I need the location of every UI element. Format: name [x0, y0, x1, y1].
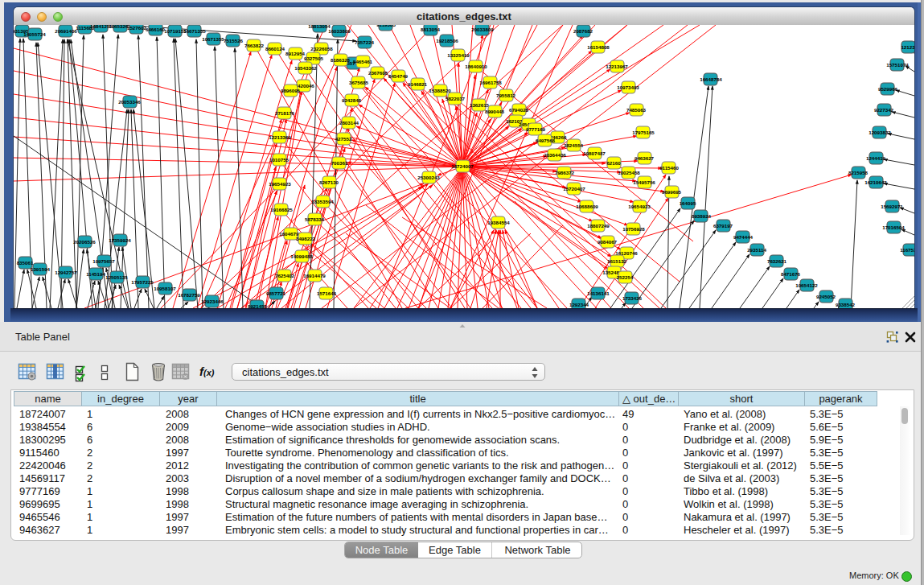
svg-text:427552: 427552	[335, 136, 352, 142]
svg-text:20364436: 20364436	[544, 152, 566, 158]
svg-text:8990448: 8990448	[485, 109, 505, 114]
svg-text:25300243: 25300243	[417, 175, 440, 180]
svg-text:16154808: 16154808	[587, 44, 610, 50]
svg-text:6794028: 6794028	[509, 107, 529, 113]
svg-text:18724007: 18724007	[451, 163, 474, 169]
svg-text:6497568: 6497568	[536, 138, 556, 143]
svg-text:1615132: 1615132	[607, 258, 627, 264]
svg-text:12123: 12123	[901, 44, 914, 50]
svg-text:15720407: 15720407	[563, 186, 585, 192]
svg-text:1733426: 1733426	[622, 295, 643, 301]
svg-text:10688609: 10688609	[576, 204, 598, 209]
svg-text:23226058: 23226058	[310, 46, 333, 51]
svg-text:20691406: 20691406	[55, 28, 77, 34]
svg-text:2935114: 2935114	[747, 247, 766, 253]
svg-text:14099488: 14099488	[290, 253, 313, 259]
svg-text:8267130: 8267130	[319, 179, 339, 185]
svg-text:9245052: 9245052	[816, 294, 836, 299]
svg-text:7485063: 7485063	[626, 107, 647, 113]
svg-text:5878334: 5878334	[305, 216, 325, 222]
svg-text:9242848: 9242848	[342, 97, 362, 103]
svg-text:10975657: 10975657	[92, 258, 115, 264]
svg-text:18807249: 18807249	[587, 223, 610, 229]
svg-text:9699695: 9699695	[662, 189, 682, 195]
svg-text:8912954: 8912954	[285, 51, 306, 56]
svg-text:7515526: 7515526	[224, 38, 244, 43]
svg-text:1527602: 1527602	[127, 25, 147, 31]
svg-text:252254: 252254	[617, 274, 634, 280]
svg-text:17975165: 17975165	[632, 130, 655, 135]
svg-text:17016504: 17016504	[882, 225, 905, 230]
svg-text:10543362: 10543362	[294, 65, 317, 71]
svg-text:15751074: 15751074	[886, 62, 909, 68]
svg-text:1010755: 1010755	[269, 157, 290, 163]
svg-text:18813054: 18813054	[308, 25, 331, 29]
svg-text:16961758: 16961758	[479, 80, 502, 85]
svg-text:9463627: 9463627	[634, 155, 655, 161]
svg-text:14055724: 14055724	[23, 31, 46, 37]
svg-text:9857721: 9857721	[266, 290, 286, 296]
svg-text:3675685: 3675685	[349, 80, 369, 85]
svg-text:19654923: 19654923	[269, 181, 291, 187]
svg-text:12923446: 12923446	[201, 299, 224, 304]
svg-text:16033809: 16033809	[328, 28, 351, 34]
svg-text:8215958: 8215958	[848, 170, 869, 175]
svg-text:5465461: 5465461	[353, 59, 373, 64]
svg-text:1167534: 1167534	[900, 247, 914, 253]
svg-text:1244419: 1244419	[866, 155, 886, 161]
svg-text:13325419: 13325419	[447, 52, 470, 58]
svg-text:20206526: 20206526	[73, 239, 96, 245]
svg-text:62160: 62160	[606, 160, 621, 166]
svg-text:16782759: 16782759	[178, 292, 200, 298]
svg-text:19218506: 19218506	[436, 38, 458, 43]
svg-text:14136141: 14136141	[587, 290, 610, 296]
svg-text:835061: 835061	[17, 260, 34, 266]
svg-text:8938924: 8938924	[692, 213, 712, 219]
svg-text:5822037: 5822037	[446, 96, 466, 101]
svg-text:12505135: 12505135	[105, 274, 128, 280]
svg-text:7625402: 7625402	[275, 273, 295, 278]
svg-text:19384554: 19384554	[487, 220, 510, 225]
svg-text:8660124: 8660124	[265, 46, 285, 51]
svg-text:700361: 700361	[331, 160, 348, 166]
svg-text:10671355: 10671355	[202, 36, 224, 42]
svg-text:20033809: 20033809	[471, 27, 494, 32]
svg-text:12213369: 12213369	[269, 134, 291, 140]
svg-text:9119383: 9119383	[376, 25, 396, 27]
svg-text:10973493: 10973493	[617, 84, 639, 90]
svg-text:20053346: 20053346	[118, 99, 141, 105]
svg-text:164095: 164095	[680, 200, 696, 206]
svg-text:10756928: 10756928	[622, 226, 645, 232]
svg-text:1292344: 1292344	[569, 302, 589, 307]
svg-text:8471676: 8471676	[781, 271, 801, 277]
svg-text:18353594: 18353594	[311, 199, 334, 204]
svg-text:1571644: 1571644	[317, 290, 337, 296]
svg-text:2718176: 2718176	[275, 110, 295, 116]
svg-text:7632621: 7632621	[767, 258, 787, 264]
svg-text:19166825: 19166825	[270, 207, 293, 212]
svg-text:16914479: 16914479	[303, 273, 326, 278]
svg-text:10025458: 10025458	[618, 170, 640, 175]
svg-text:9777169: 9777169	[526, 126, 546, 132]
svg-text:9338542: 9338542	[836, 302, 856, 307]
svg-text:9474444: 9474444	[733, 234, 754, 240]
svg-text:2803144: 2803144	[339, 120, 359, 126]
svg-text:3824554: 3824554	[564, 142, 584, 148]
svg-text:9896095: 9896095	[281, 88, 301, 93]
svg-text:2367608: 2367608	[368, 70, 388, 76]
svg-text:15495756: 15495756	[633, 179, 655, 185]
svg-text:2087682: 2087682	[573, 28, 593, 34]
svg-text:16648784: 16648784	[700, 76, 722, 82]
svg-text:6466160: 6466160	[146, 27, 166, 32]
svg-text:12942757: 12942757	[55, 270, 77, 275]
svg-text:8813054: 8813054	[421, 27, 441, 32]
svg-text:8186328: 8186328	[331, 57, 351, 63]
svg-text:9529966: 9529966	[878, 86, 898, 92]
svg-text:12093832: 12093832	[869, 130, 891, 135]
svg-text:9146821: 9146821	[408, 81, 428, 87]
svg-text:3498222: 3498222	[296, 236, 316, 241]
svg-text:1362615: 1362615	[470, 102, 490, 108]
svg-text:7955812: 7955812	[496, 93, 516, 98]
svg-text:16210643: 16210643	[864, 179, 887, 185]
svg-text:9327505: 9327505	[304, 56, 324, 61]
